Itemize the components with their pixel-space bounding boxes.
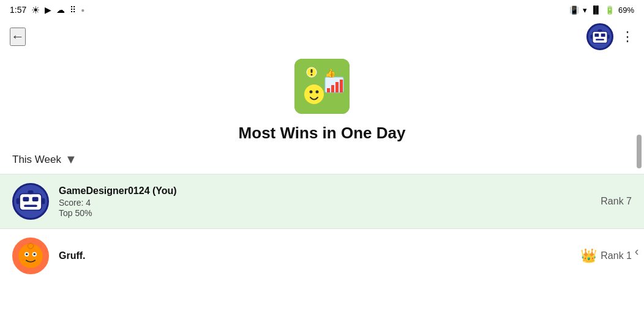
time-filter-label: This Week bbox=[12, 154, 61, 166]
svg-rect-26 bbox=[42, 198, 45, 204]
toolbar: ← ⋮ bbox=[0, 20, 644, 54]
youtube-icon: ▶ bbox=[45, 5, 51, 15]
svg-rect-16 bbox=[331, 85, 334, 92]
dot-icon: ● bbox=[81, 7, 84, 13]
svg-point-10 bbox=[316, 91, 319, 94]
status-right: 📳 ▾ ▐▌ 🔋 69% bbox=[569, 6, 634, 15]
top-avatar-icon bbox=[14, 238, 47, 274]
achievement-graphic: 👍 bbox=[294, 59, 350, 114]
svg-rect-12 bbox=[311, 69, 313, 73]
top-name: Gruff. bbox=[59, 250, 580, 261]
svg-rect-25 bbox=[17, 198, 20, 204]
svg-rect-24 bbox=[28, 190, 34, 194]
svg-rect-18 bbox=[340, 80, 343, 92]
top-info: Gruff. bbox=[59, 250, 580, 261]
my-leaderboard-row: GameDesigner0124 (You) Score: 4 Top 50% … bbox=[0, 174, 644, 228]
battery-percent: 69% bbox=[618, 6, 634, 15]
cloud-icon: ☁ bbox=[56, 5, 65, 15]
svg-point-13 bbox=[311, 74, 313, 76]
grid-icon: ⠿ bbox=[70, 5, 76, 15]
svg-rect-5 bbox=[590, 35, 592, 39]
back-button[interactable]: ← bbox=[10, 28, 26, 46]
main-content: 👍 Most Wins in One Day This Week ▼ GameD… bbox=[0, 54, 644, 283]
sun-icon: ☀ bbox=[31, 4, 40, 16]
svg-rect-0 bbox=[593, 31, 607, 43]
svg-point-8 bbox=[304, 84, 324, 104]
time-filter-button[interactable]: This Week ▼ bbox=[12, 152, 77, 167]
status-bar: 1:57 ☀ ▶ ☁ ⠿ ● 📳 ▾ ▐▌ 🔋 69% bbox=[0, 0, 644, 20]
my-avatar-robot-icon bbox=[14, 183, 47, 220]
status-left: 1:57 ☀ ▶ ☁ ⠿ ● bbox=[10, 4, 84, 16]
scrollbar[interactable] bbox=[637, 135, 642, 168]
achievement-icon: 👍 bbox=[294, 59, 350, 114]
toolbar-right: ⋮ bbox=[586, 23, 634, 50]
top-avatar bbox=[12, 238, 49, 274]
top-rank-label: Rank 1 bbox=[601, 250, 632, 261]
status-time: 1:57 bbox=[10, 5, 26, 15]
vibrate-icon: 📳 bbox=[569, 6, 579, 15]
svg-rect-20 bbox=[20, 193, 42, 210]
svg-rect-2 bbox=[601, 34, 605, 37]
avatar[interactable] bbox=[586, 23, 613, 50]
my-rank-label: Rank 7 bbox=[601, 196, 632, 207]
wifi-icon: ▾ bbox=[583, 6, 587, 15]
svg-point-31 bbox=[34, 253, 36, 256]
top-leaderboard-row: Gruff. 👑 Rank 1 bbox=[0, 229, 644, 283]
svg-rect-6 bbox=[607, 35, 609, 39]
svg-rect-17 bbox=[335, 82, 339, 92]
collapse-arrow-button[interactable]: ‹ bbox=[629, 239, 644, 263]
avatar-robot-icon bbox=[588, 25, 612, 48]
svg-rect-1 bbox=[594, 34, 599, 37]
svg-rect-22 bbox=[32, 197, 39, 201]
more-options-button[interactable]: ⋮ bbox=[621, 29, 634, 45]
my-avatar bbox=[12, 183, 49, 220]
svg-point-32 bbox=[28, 243, 34, 249]
crown-icon: 👑 bbox=[580, 248, 597, 264]
my-score: Score: 4 bbox=[59, 198, 601, 208]
time-filter-container: This Week ▼ bbox=[0, 143, 644, 174]
svg-rect-23 bbox=[24, 204, 37, 207]
svg-rect-3 bbox=[596, 39, 604, 40]
svg-text:👍: 👍 bbox=[325, 68, 336, 78]
dropdown-arrow-icon: ▼ bbox=[65, 152, 77, 167]
my-rank: Rank 7 bbox=[601, 196, 632, 207]
svg-rect-4 bbox=[598, 29, 602, 32]
my-info: GameDesigner0124 (You) Score: 4 Top 50% bbox=[59, 185, 601, 218]
svg-rect-21 bbox=[23, 197, 29, 201]
achievement-title: Most Wins in One Day bbox=[239, 124, 406, 143]
my-percentile: Top 50% bbox=[59, 208, 601, 218]
signal-icon: ▐▌ bbox=[591, 6, 601, 14]
svg-point-30 bbox=[26, 253, 28, 256]
top-rank: 👑 Rank 1 bbox=[580, 248, 632, 264]
my-name: GameDesigner0124 (You) bbox=[59, 185, 601, 197]
svg-rect-15 bbox=[327, 88, 330, 92]
battery-icon: 🔋 bbox=[605, 6, 615, 15]
svg-point-9 bbox=[310, 91, 313, 94]
